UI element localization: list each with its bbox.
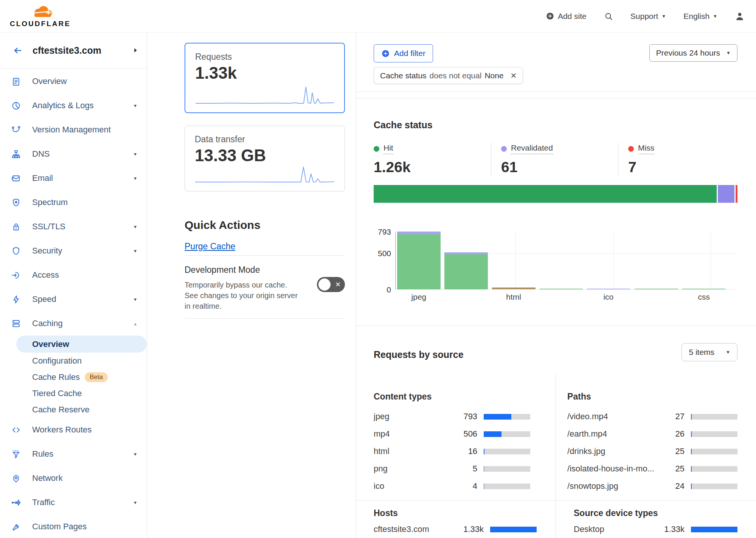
x-axis-tick: html [506, 292, 521, 302]
back-arrow-icon[interactable] [12, 45, 23, 56]
sidebar-item-rules[interactable]: Rules▾ [0, 442, 147, 466]
add-site-button[interactable]: Add site [546, 12, 587, 21]
sidebar-item-access[interactable]: Access [0, 263, 147, 287]
sidebar-item-analytics-logs[interactable]: Analytics & Logs▾ [0, 93, 147, 118]
sidebar-item-version-management[interactable]: Version Management [0, 118, 147, 142]
sidebar-item-overview[interactable]: Overview [0, 69, 147, 93]
legend-label[interactable]: Miss [638, 143, 654, 154]
sidebar-item-workers-routes[interactable]: Workers Routes [0, 418, 147, 442]
chevron-down-icon: ▾ [134, 151, 137, 157]
account-menu[interactable] [735, 11, 745, 21]
chevron-right-icon[interactable] [134, 48, 138, 53]
bar-mp4 [444, 252, 488, 289]
divider [356, 92, 756, 92]
sidebar-item-email[interactable]: Email▾ [0, 166, 147, 190]
bar-segment-hit [682, 289, 726, 290]
bar-segment-revalidated [444, 252, 488, 254]
pie-icon [11, 101, 21, 111]
x-axis-tick: jpeg [411, 292, 427, 302]
row-label: mp4 [374, 429, 451, 439]
sidebar-subitem-label: Tiered Cache [32, 389, 82, 398]
chevron-down-icon: ▾ [134, 296, 137, 302]
filter-value: None [484, 71, 503, 80]
row-bar [691, 414, 737, 420]
table-row: html16 [374, 446, 530, 457]
table-row: /earth.mp426 [567, 428, 737, 440]
items-count-value: 5 items [689, 348, 714, 357]
table-row: ico4 [374, 480, 530, 492]
sidebar-subitem-tiered-cache[interactable]: Tiered Cache [0, 385, 147, 401]
cache-status-bar-chart: 0500793 jpeghtmlicocss [374, 232, 737, 306]
filter-chip[interactable]: Cache status does not equal None ✕ [374, 67, 523, 84]
row-bar [691, 527, 737, 532]
row-label: jpeg [374, 412, 451, 421]
sidebar-item-dns[interactable]: DNS▾ [0, 142, 147, 166]
search-button[interactable] [604, 12, 613, 21]
quick-actions-title: Quick Actions [185, 219, 345, 232]
y-axis-tick: 793 [374, 227, 391, 236]
sidebar-subitem-cache-rules[interactable]: Cache RulesBeta [0, 369, 147, 385]
legend-dot-icon [501, 146, 507, 152]
divider [185, 318, 345, 319]
sidebar-item-label: Traffic [32, 498, 55, 507]
legend-item-revalidated: Revalidated61 [491, 143, 618, 176]
paths-heading: Paths [567, 392, 737, 402]
time-range-select[interactable]: Previous 24 hours ▼ [649, 44, 737, 62]
row-value: 25 [658, 464, 685, 474]
stacked-segment-hit [374, 185, 717, 203]
items-count-select[interactable]: 5 items ▼ [681, 343, 737, 361]
cloudflare-dashboard: CLOUDFLARE Add site Support ▼ English ▼ [0, 0, 756, 538]
clipboard-icon [11, 76, 21, 87]
time-range-value: Previous 24 hours [656, 48, 720, 58]
sidebar-item-spectrum[interactable]: Spectrum [0, 190, 147, 215]
table-row: Desktop1.33k [574, 524, 737, 535]
table-row: /snowtops.jpg24 [567, 480, 737, 492]
bolt-icon [11, 294, 21, 305]
sidebar-item-traffic[interactable]: Traffic▾ [0, 490, 147, 515]
hosts-table: cftestsite3.com1.33k [374, 524, 537, 535]
code-icon [11, 425, 21, 435]
support-menu[interactable]: Support ▼ [630, 12, 666, 21]
chevron-down-icon: ▼ [713, 14, 717, 19]
add-filter-label: Add filter [394, 49, 425, 58]
legend-dot-icon [628, 146, 634, 152]
row-bar [691, 466, 737, 472]
purge-cache-link[interactable]: Purge Cache [185, 241, 235, 252]
sidebar-item-label: Spectrum [32, 197, 68, 207]
sidebar-subitem-configuration[interactable]: Configuration [0, 353, 147, 369]
requests-by-source-header: Requests by source 5 items ▼ [374, 343, 737, 360]
row-value: 26 [658, 429, 685, 439]
requests-metric-card[interactable]: Requests 1.33k [185, 43, 345, 113]
sidebar-item-speed[interactable]: Speed▾ [0, 287, 147, 311]
spectrum-icon [11, 197, 21, 208]
sidebar-item-custom-pages[interactable]: Custom Pages [0, 515, 147, 538]
chevron-down-icon: ▾ [134, 499, 137, 505]
data-transfer-metric-card[interactable]: Data transfer 13.33 GB [185, 126, 345, 191]
language-menu[interactable]: English ▼ [683, 12, 717, 21]
row-bar [490, 527, 537, 532]
sidebar-subitem-cache-reserve[interactable]: Cache Reserve [0, 401, 147, 418]
y-axis-tick: 500 [374, 249, 391, 258]
remove-filter-icon[interactable]: ✕ [511, 71, 517, 80]
bar-segment-miss [492, 288, 536, 289]
legend-label[interactable]: Revalidated [511, 143, 553, 154]
legend-value: 61 [501, 159, 618, 176]
sidebar-item-security[interactable]: Security▾ [0, 239, 147, 263]
bar-slot-5 [635, 289, 678, 290]
add-filter-button[interactable]: Add filter [374, 44, 433, 62]
requests-by-source-title: Requests by source [374, 349, 464, 360]
sidebar-item-label: Security [32, 246, 62, 256]
pin-icon [11, 473, 21, 484]
legend-label[interactable]: Hit [383, 143, 393, 154]
sidebar-item-ssl-tls[interactable]: SSL/TLS▾ [0, 215, 147, 239]
sidebar-item-network[interactable]: Network [0, 466, 147, 490]
bar-segment-hit [540, 289, 583, 290]
development-mode-toggle[interactable]: ✕ [317, 277, 345, 292]
legend-dot-icon [374, 146, 379, 152]
row-label: /video.mp4 [567, 412, 658, 421]
row-bar [691, 449, 737, 454]
gridline [711, 232, 711, 289]
table-row: /drinks.jpg25 [567, 446, 737, 457]
sidebar-subitem-overview[interactable]: Overview [16, 336, 147, 353]
sidebar-item-caching[interactable]: Caching▴ [0, 311, 147, 336]
